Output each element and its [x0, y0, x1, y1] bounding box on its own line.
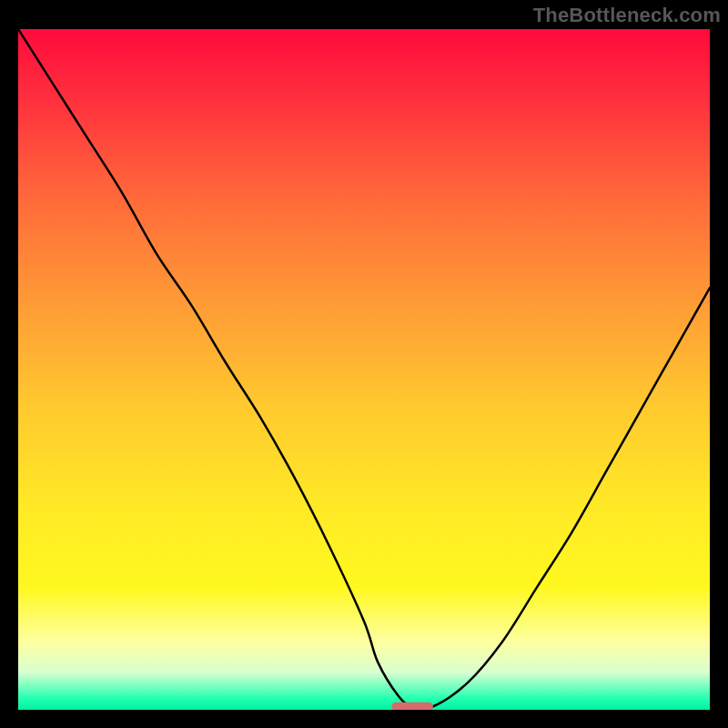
gradient-background: [18, 29, 710, 710]
optimal-marker: [391, 703, 433, 710]
chart-container: TheBottleneck.com: [0, 0, 728, 728]
chart-svg: [18, 29, 710, 710]
plot-area: [18, 29, 710, 710]
watermark-text: TheBottleneck.com: [533, 4, 721, 27]
